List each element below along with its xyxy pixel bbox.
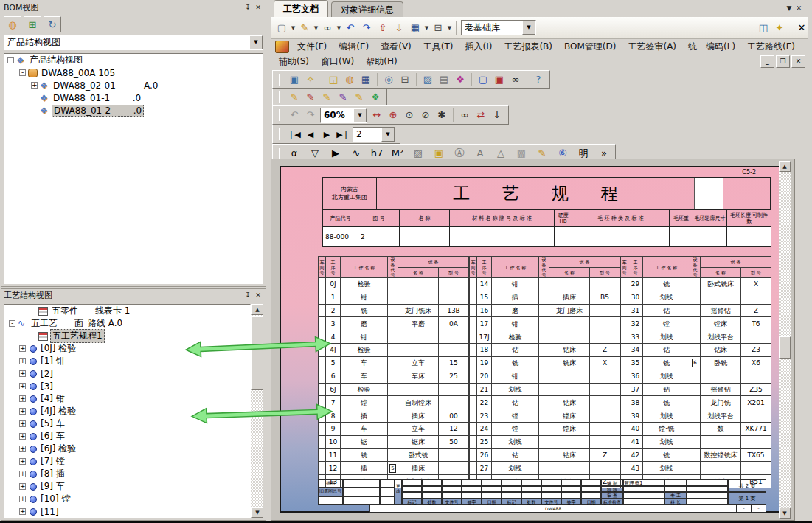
op-name-cell[interactable]: 锯 [341,435,388,448]
equip-name-cell[interactable]: 摇臂钻 [701,304,741,317]
equip-name-cell[interactable]: 卧式铣 [398,448,439,462]
op-no-cell[interactable]: 19 [477,356,492,370]
new-doc-button[interactable]: ▢ [274,20,290,36]
find-doc-icon[interactable]: ∞ [457,107,473,123]
op-no-cell[interactable]: 26 [477,448,492,462]
chevron-down-icon[interactable]: ▼ [423,25,430,31]
process-row[interactable]: 39划线划线平台 [621,409,771,423]
workshop-cell[interactable] [470,317,477,330]
refresh-view-icon[interactable]: ↻ [44,16,61,32]
op-name-cell[interactable]: 钻 [492,448,539,462]
tab-inactive[interactable]: 对象详细信息 [331,1,403,17]
equip-model-cell[interactable] [741,435,771,448]
change-grid-cell[interactable] [462,492,482,499]
equip-model-cell[interactable] [439,383,469,396]
equip-code-cell[interactable] [539,409,549,423]
equip-name-cell[interactable]: 镗床 [549,422,590,435]
op-no-cell[interactable]: 11 [326,448,341,462]
change-grid-cell[interactable] [422,486,442,493]
equip-model-cell[interactable] [590,462,620,475]
edit-form-icon[interactable]: ▨ [420,72,436,88]
menu-item[interactable]: 辅助(S) [273,55,315,68]
tree-item[interactable]: +[4] 钳 [4,392,250,405]
process-row[interactable]: 15插插床B5 [470,291,620,304]
op-name-cell[interactable]: 钳 [492,317,539,330]
tree-item[interactable]: 五零件 线表卡 1 [4,305,250,317]
info-value-cell[interactable] [727,227,771,247]
last-page-button[interactable]: ▶❘ [335,130,351,139]
equip-name-cell[interactable]: 卧式铣床 [701,278,741,291]
change-grid-cell[interactable] [561,486,581,493]
workshop-cell[interactable] [319,356,326,370]
equip-model-cell[interactable] [590,435,620,448]
equip-name-cell[interactable]: 插床 [549,291,590,304]
process-row[interactable]: 37钻摇臂钻Z35 [621,383,771,396]
workshop-cell[interactable] [621,317,628,330]
op-name-cell[interactable]: 插 [341,409,388,423]
save-button[interactable]: ▦ [407,20,423,36]
equip-code-cell[interactable] [388,344,398,357]
workshop-cell[interactable] [470,448,477,462]
equip-name-cell[interactable] [398,278,439,291]
info-value-cell[interactable] [400,227,450,247]
expand-icon[interactable]: + [19,496,26,502]
redo-button[interactable]: ↷ [302,107,319,123]
op-name-cell[interactable]: 检验 [341,383,388,396]
equip-model-cell[interactable]: 00 [439,409,469,423]
card-color-icon[interactable]: ❖ [367,89,384,105]
process-row[interactable]: 16磨龙门磨床 [470,304,620,317]
equip-model-cell[interactable]: X201 [741,396,771,409]
equip-code-cell[interactable] [388,448,398,462]
equip-code-cell[interactable] [690,383,701,396]
op-name-cell[interactable]: 划线 [492,383,539,396]
equip-name-cell[interactable]: 钻床 [549,448,590,462]
zoom-combo[interactable]: 60% ▼ [320,108,367,123]
card-edit-4-icon[interactable]: ✎ [335,89,351,105]
binoculars-icon[interactable]: ∞ [507,72,524,88]
equip-code-cell[interactable] [690,330,701,344]
op-no-cell[interactable]: 25 [477,435,492,448]
op-no-cell[interactable]: 2 [326,304,341,317]
find-next-icon[interactable]: ↓ [489,107,505,123]
workshop-cell[interactable] [319,383,326,396]
process-row[interactable]: 34钻钻床Z3 [621,344,771,357]
tab-active[interactable]: 工艺文档 [274,0,328,17]
process-row[interactable]: 8插插床00 [319,409,469,423]
process-row[interactable]: 36划线 [621,370,771,383]
tree-item[interactable]: +[6J] 检验 [4,443,250,455]
pan-hand-icon[interactable]: ✱ [434,107,450,123]
document-scrollbar[interactable]: ▲ ▼ [779,161,791,519]
info-value-cell[interactable] [555,227,572,247]
equip-code-cell[interactable] [388,330,398,344]
menu-item[interactable]: 编辑(E) [333,41,375,53]
equip-code-cell[interactable] [539,344,549,357]
op-name-cell[interactable]: 钻 [643,344,690,357]
process-row[interactable]: 32镗镗床T6 [621,317,771,330]
equip-code-cell[interactable] [690,344,701,357]
sign-empty-cell[interactable] [664,479,687,486]
change-grid-cell[interactable] [482,492,502,499]
tree-item[interactable]: +[11] [4,505,250,518]
menu-item[interactable]: 工艺路线(E) [741,41,801,53]
process-row[interactable]: 43划线 [621,462,771,475]
equip-name-cell[interactable] [398,344,439,357]
card-edit-3-icon[interactable]: ✎ [319,89,335,105]
menu-item[interactable]: 工艺签审(A) [622,41,682,53]
process-row[interactable]: 7镗自制镗床 [319,396,469,409]
equip-code-cell[interactable] [388,396,398,409]
op-no-cell[interactable]: 17 [477,317,492,330]
equip-code-cell[interactable]: 5 [388,462,398,475]
card-edit-1-icon[interactable]: ✎ [286,89,302,105]
close-icon[interactable]: ✕ [791,55,805,68]
change-grid-cell[interactable] [521,486,541,493]
op-name-cell[interactable]: 车 [341,422,388,435]
tree-item[interactable]: +[10] 镗 [4,493,250,505]
equip-code-cell[interactable] [539,462,549,475]
info-value-cell[interactable] [450,227,555,247]
process-row[interactable]: 22钻钻床 [470,396,620,409]
info-value-cell[interactable] [572,227,670,247]
expand-icon[interactable]: + [19,433,26,440]
chevron-down-icon[interactable]: ▼ [290,25,296,31]
op-no-cell[interactable]: 36 [628,370,643,383]
op-name-cell[interactable]: 钻 [492,396,539,409]
